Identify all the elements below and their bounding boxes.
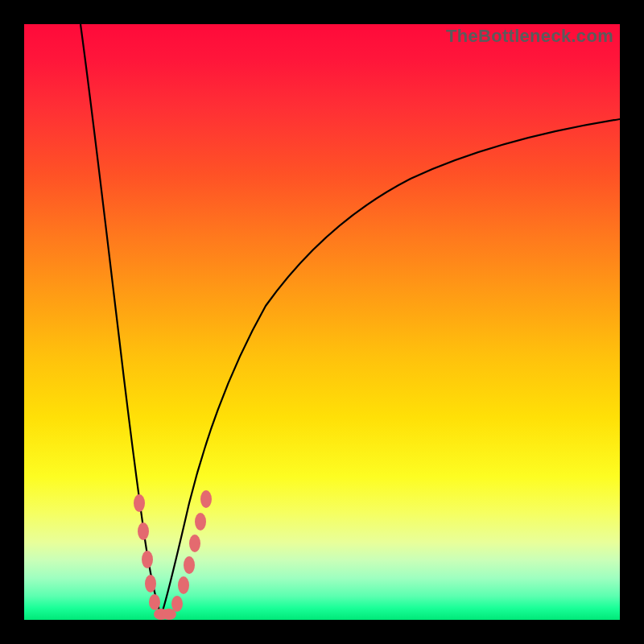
marker-dot: [200, 490, 212, 508]
curve-right-branch: [161, 119, 620, 616]
curve-layer: [24, 24, 620, 620]
curve-left-branch: [80, 24, 161, 616]
marker-dot: [138, 522, 149, 540]
marker-dot: [178, 576, 189, 594]
marker-dot: [195, 513, 206, 530]
marker-dot: [171, 596, 183, 612]
marker-group: [134, 490, 212, 620]
gradient-plot-area: TheBottleneck.com: [24, 24, 620, 620]
marker-dot: [134, 494, 145, 512]
marker-dot: [149, 594, 160, 610]
marker-dot: [189, 535, 200, 552]
marker-dot: [184, 556, 195, 574]
marker-dot: [142, 551, 153, 568]
marker-dot: [145, 575, 156, 592]
chart-frame: TheBottleneck.com: [0, 0, 644, 644]
